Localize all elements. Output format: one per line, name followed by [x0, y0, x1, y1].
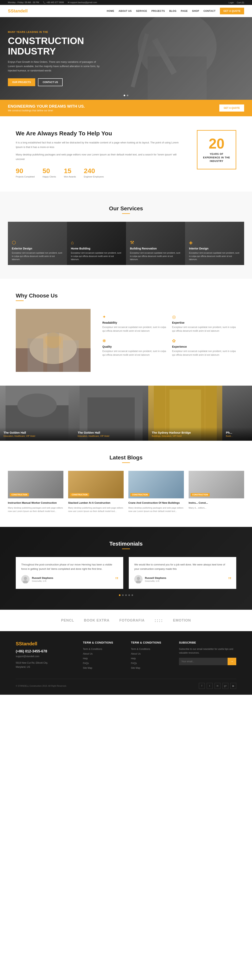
hero-dot-1[interactable]	[124, 95, 125, 96]
about-title: We Are Always Ready To Help You	[16, 130, 185, 137]
gallery-item-2[interactable]: The Golden Hall Education, Healthcare, V…	[74, 386, 148, 441]
feature-quality: ❋ Quality Excepteur sint occaecat cupida…	[102, 339, 167, 357]
service-card-exterior[interactable]: ⬡ Exterior Design Excepteur sint occaeca…	[8, 222, 67, 265]
blog-card-2[interactable]: Construction Stacked Lumber At A Constru…	[68, 471, 124, 513]
gallery-item-3[interactable]: The Sydney Harbour Bridge Buildings, Edu…	[148, 386, 222, 441]
footer-link-about-1[interactable]: About Us	[83, 652, 93, 655]
gallery-4-tag: Build...	[226, 435, 249, 437]
footer-logo: SStandell	[16, 641, 73, 646]
blog-1-desc: Many desktop publishing packages and web…	[8, 506, 64, 513]
nav-blog[interactable]: Blog	[169, 10, 177, 13]
footer-link-sitemap-1[interactable]: Site Map	[83, 667, 92, 669]
footer-address: 5919 New Cut Rd, Ellicott City, Maryland…	[16, 661, 73, 669]
blog-2-image: Construction	[68, 471, 124, 498]
gallery-2-title: The Golden Hall	[78, 431, 145, 434]
testimonials-section: Testimonials Throughout the post-constru…	[0, 527, 252, 610]
nav-shop[interactable]: Shop	[192, 10, 199, 13]
service-card-interior[interactable]: ◈ Interior Design Excepteur sint occaeca…	[185, 222, 244, 265]
social-twitter-icon[interactable]: t	[207, 683, 213, 689]
service-home-desc: Excepteur sint occaecat cupidatat non pr…	[71, 251, 122, 261]
footer-link-faqs-1[interactable]: FAQs	[83, 662, 89, 665]
social-linkedin-icon[interactable]: in	[215, 683, 220, 689]
blogs-title: Latest Blogs	[8, 455, 244, 461]
author-1-avatar	[21, 575, 30, 583]
nav-page[interactable]: Page	[181, 10, 188, 13]
social-facebook-icon[interactable]: f	[199, 683, 205, 689]
partner-grid: ::::	[155, 617, 163, 623]
expertise-icon: ◎	[172, 314, 236, 320]
partner-pencl: pencl	[61, 618, 74, 622]
blog-card-3[interactable]: Construction Crane And Construction Of N…	[128, 471, 184, 513]
t-dot-1[interactable]	[119, 594, 121, 596]
nav-about[interactable]: About Us	[118, 10, 132, 13]
why-section: Why Choose Us ✦ Readability Excepteur si…	[0, 279, 252, 386]
gallery-3-tag: Buildings, Education, VIP Hotel	[152, 435, 219, 437]
stat-employees-num: 240	[84, 167, 104, 175]
partner-fotografia: FOTOGRAFIA	[119, 618, 145, 622]
testimonial-1-text: Throughout the post-construction phase o…	[21, 563, 118, 571]
phone: 📞 +88 445 677 9999	[43, 1, 64, 4]
stat-employees: 240 Engineer Employees	[84, 167, 104, 178]
t-dot-3[interactable]	[125, 594, 127, 596]
subscribe-button[interactable]: →	[228, 658, 236, 665]
t-dot-2[interactable]	[122, 594, 124, 596]
our-projects-button[interactable]: Our Projects	[8, 78, 35, 86]
blog-1-title: Instruction Manual Worker Construction	[8, 501, 64, 505]
services-title: Our Services	[8, 205, 244, 212]
gallery-1-title: The Golden Hall	[3, 431, 70, 434]
why-image	[16, 309, 91, 372]
author-1-name: Russell Stephens	[32, 576, 53, 579]
blog-card-1[interactable]: Construction Instruction Manual Worker C…	[8, 471, 64, 513]
footer-link-terms-2[interactable]: Term & Conditions	[131, 648, 150, 651]
footer-link-about-2[interactable]: About Us	[131, 652, 140, 655]
stat-awards: 15 Won Awards	[64, 167, 76, 178]
login-link[interactable]: Login	[228, 2, 234, 4]
feature-experience-desc: Excepteur sint occaecat cupidatat non pr…	[172, 349, 236, 357]
hero-dot-2[interactable]	[127, 95, 128, 96]
t-dot-4[interactable]	[128, 594, 130, 596]
services-grid: ⬡ Exterior Design Excepteur sint occaeca…	[8, 222, 244, 265]
readability-icon: ✦	[102, 314, 167, 320]
social-google-icon[interactable]: g+	[222, 683, 228, 689]
service-renovation-name: Building Renovation	[130, 247, 181, 250]
quote-mark-1: "	[115, 576, 118, 584]
nav-home[interactable]: Home	[107, 10, 114, 13]
subscribe-form: →	[179, 658, 236, 665]
contact-us-button[interactable]: Contact Us	[38, 78, 63, 86]
footer-link-help-1[interactable]: Help	[83, 657, 88, 660]
footer-subscribe-text: Subscribe to our email newsletter for us…	[179, 647, 236, 655]
subscribe-input[interactable]	[179, 658, 228, 665]
footer-link-help-2[interactable]: Help	[131, 657, 136, 660]
service-exterior-name: Exterior Design	[12, 247, 63, 250]
nav-service[interactable]: Service	[136, 10, 147, 13]
t-dot-5[interactable]	[131, 594, 133, 596]
service-card-home[interactable]: ⌂ Home Building Excepteur sint occaecat …	[67, 222, 126, 265]
nav-contact[interactable]: Contact	[203, 10, 215, 13]
cart-link[interactable]: Cart (0)	[237, 2, 244, 4]
blog-4-category: Construction	[191, 493, 210, 496]
blog-3-desc: Many desktop publishing packages and web…	[128, 506, 184, 513]
footer-brand-col: SStandell (+86) 012-3455-678 support@sta…	[16, 641, 73, 671]
social-youtube-icon[interactable]: ▶	[230, 683, 236, 689]
blog-2-category: Construction	[70, 493, 89, 496]
footer-grid: SStandell (+86) 012-3455-678 support@sta…	[16, 641, 236, 671]
footer-link-sitemap-2[interactable]: Site Map	[131, 667, 140, 669]
service-exterior-icon: ⬡	[12, 240, 63, 245]
site-logo[interactable]: SStandell	[8, 8, 27, 14]
footer-link-faqs-2[interactable]: FAQs	[131, 662, 137, 665]
gallery-item-1[interactable]: The Golden Hall Education, Healthcare, V…	[0, 386, 74, 441]
banner-quote-button[interactable]: Get A Quote	[219, 105, 244, 111]
service-renovation-overlay: ⚒ Building Renovation Excepteur sint occ…	[126, 222, 185, 265]
hero-content: Many Years Leading In The Construction I…	[8, 31, 126, 86]
gallery-1-tag: Education, Healthcare, VIP Hotel	[3, 435, 70, 437]
blog-card-4[interactable]: Construction Instru... Const... Many d..…	[188, 471, 244, 513]
footer-link-terms-1[interactable]: Term & Conditions	[83, 648, 102, 651]
service-card-renovation[interactable]: ⚒ Building Renovation Excepteur sint occ…	[126, 222, 185, 265]
promo-banner: Engineering Your Dreams With Us. We cons…	[0, 100, 252, 116]
feature-expertise: ◎ Expertise Excepteur sint occaecat cupi…	[172, 314, 236, 333]
gallery-item-4[interactable]: Ph... Build...	[222, 386, 252, 441]
get-quote-nav-button[interactable]: Get A Quote	[220, 8, 244, 14]
banner-title: Engineering Your Dreams With Us.	[8, 104, 85, 108]
footer-subscribe-col: Subscribe Subscribe to our email newslet…	[179, 641, 236, 671]
nav-projects[interactable]: Projects	[152, 10, 165, 13]
